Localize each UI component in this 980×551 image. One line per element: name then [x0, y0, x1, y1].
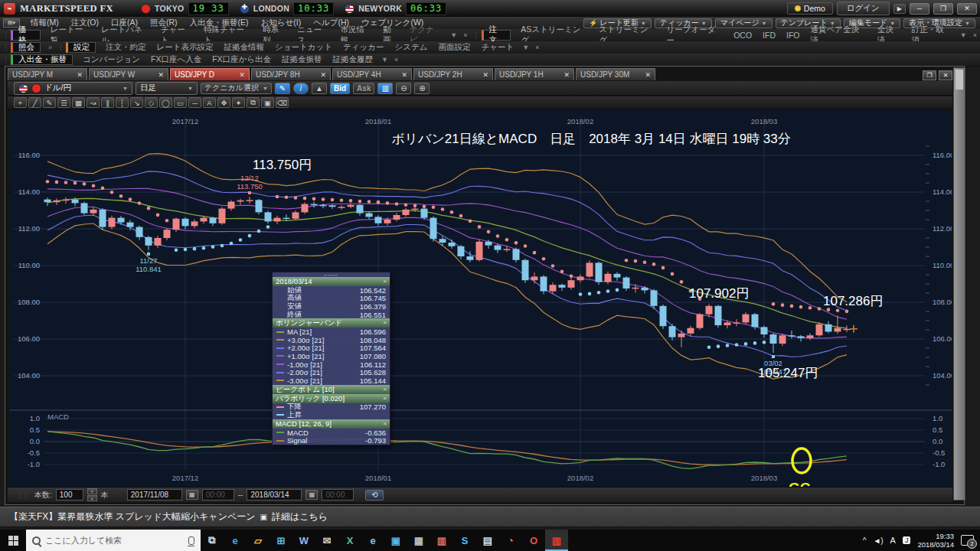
- marketspeed-icon[interactable]: ▥: [545, 530, 568, 551]
- more-button[interactable]: ▶: [893, 4, 906, 14]
- hline-tool-icon[interactable]: ─: [188, 97, 201, 108]
- category-chip-入出金・振替[interactable]: 入出金・振替: [11, 54, 73, 65]
- fill-rect-tool-icon[interactable]: ▦: [72, 97, 85, 108]
- opera-icon[interactable]: O: [522, 530, 545, 551]
- login-button[interactable]: ログイン: [837, 2, 890, 15]
- tab-usd-jpy-1h[interactable]: USD/JPY 1H✕: [495, 68, 574, 80]
- tab-usd-jpy-4h[interactable]: USD/JPY 4H✕: [332, 68, 412, 80]
- system-menu-icon[interactable]: ▤▾: [3, 18, 20, 28]
- ribbon-item-2-0-3[interactable]: 証拠金振替: [276, 54, 328, 65]
- ribbon-item-1-1-2[interactable]: 証拠金情報: [219, 42, 270, 53]
- tab-close-icon[interactable]: ✕: [77, 71, 83, 79]
- taskbar-clock[interactable]: 19:33 2018/03/14: [917, 532, 954, 549]
- ribbon-item-1-1-4[interactable]: ティッカー: [338, 42, 389, 53]
- zoom-in-icon[interactable]: ⊕: [414, 83, 430, 94]
- candle-type-icon[interactable]: ▥: [377, 83, 393, 94]
- close-icon[interactable]: ×: [460, 31, 470, 39]
- hidden-icons-caret[interactable]: ^: [863, 536, 867, 545]
- eraser-tool-icon[interactable]: ⌫: [276, 97, 289, 108]
- close-icon[interactable]: ×: [970, 31, 980, 39]
- ellipse-tool-icon[interactable]: ◯: [159, 97, 172, 108]
- tab-usd-jpy-2h[interactable]: USD/JPY 2H✕: [413, 68, 493, 80]
- ribbon-item-1-1-7[interactable]: チャート: [475, 42, 519, 53]
- category-chip-価格[interactable]: 価格: [11, 30, 41, 41]
- firefox-icon[interactable]: ◔: [499, 530, 522, 551]
- count-input[interactable]: 100: [56, 489, 83, 500]
- edge-icon[interactable]: e: [224, 530, 247, 551]
- campaign-banner[interactable]: 【楽天FX】業界最狭水準 スプレッド大幅縮小キャンペーン ▣ 詳細はこちら: [0, 507, 980, 527]
- ime-icon[interactable]: J: [903, 536, 911, 544]
- rectangle-tool-icon[interactable]: ▭: [174, 97, 187, 108]
- chevron-down-icon[interactable]: ▼: [957, 31, 970, 39]
- calculator-icon[interactable]: ▦: [407, 530, 430, 551]
- ribbon-item-2-0-4[interactable]: 証拠金履歴: [328, 54, 379, 65]
- draw-mode-icon[interactable]: ✎: [275, 83, 290, 94]
- curve-tool-icon[interactable]: ↝: [87, 97, 100, 108]
- tab-close-icon[interactable]: ✕: [158, 71, 164, 79]
- category-chip-注文[interactable]: 注文: [482, 30, 511, 41]
- crosshair-tool-icon[interactable]: ＋: [14, 97, 27, 108]
- photos-icon[interactable]: ▣: [384, 530, 407, 551]
- bid-toggle[interactable]: Bid: [330, 83, 350, 94]
- ribbon-item-1-1-0[interactable]: 注文・約定: [100, 42, 152, 53]
- volume-icon[interactable]: ◄): [873, 536, 883, 545]
- category-chip-設定[interactable]: 設定: [66, 42, 96, 53]
- chevron-down-icon[interactable]: ▼: [519, 44, 532, 51]
- ie-icon[interactable]: e: [361, 530, 384, 551]
- mail-icon[interactable]: ✉: [315, 530, 338, 551]
- ribbon-item-0-1-3[interactable]: OCO: [728, 31, 757, 40]
- copy-tool-icon[interactable]: ⧉: [247, 97, 260, 108]
- ask-toggle[interactable]: Ask: [353, 83, 374, 94]
- indicator-tooltip-panel[interactable]: ┉┉┉┉2018/03/14×始値106.542高値106.745安値106.3…: [272, 272, 390, 445]
- skype-icon[interactable]: S: [453, 530, 476, 551]
- close-icon[interactable]: ×: [532, 44, 542, 51]
- ribbon-item-1-1-5[interactable]: システム: [389, 42, 433, 53]
- refresh-button[interactable]: ⟲: [365, 490, 384, 500]
- tab-close-icon[interactable]: ✕: [320, 71, 326, 79]
- from-date-input[interactable]: 2017/11/08: [127, 489, 182, 500]
- taskbar-search-input[interactable]: ここに入力して検索: [26, 530, 201, 551]
- restore-window-icon[interactable]: ❐: [923, 70, 936, 80]
- ribbon-item-2-0-2[interactable]: FX口座から出金: [207, 54, 276, 65]
- count-stepper[interactable]: ▼▲: [87, 488, 97, 501]
- price-chart[interactable]: 104.00104.00106.00106.00108.00108.00110.…: [9, 110, 952, 487]
- action-center-icon[interactable]: 2: [961, 535, 974, 546]
- close-icon[interactable]: ×: [383, 318, 387, 328]
- explorer-folder-icon[interactable]: ▱: [247, 530, 270, 551]
- tab-usd-jpy-w[interactable]: USD/JPY W✕: [89, 68, 168, 80]
- chevron-down-icon[interactable]: ▼: [447, 31, 460, 39]
- tab-close-icon[interactable]: ✕: [482, 71, 488, 79]
- close-icon[interactable]: ×: [383, 394, 387, 403]
- tab-close-icon[interactable]: ✕: [645, 71, 651, 79]
- vertical-scrollbar[interactable]: [953, 67, 965, 500]
- to-date-input[interactable]: 2018/03/14: [247, 489, 302, 500]
- chevron-more-icon[interactable]: »: [45, 44, 55, 51]
- close-icon[interactable]: ×: [383, 385, 387, 394]
- hlines-tool-icon[interactable]: ☰: [57, 97, 70, 108]
- ribbon-item-2-0-1[interactable]: FX口座へ入金: [145, 54, 207, 65]
- ribbon-item-1-1-3[interactable]: ショートカット: [270, 42, 338, 53]
- chevron-down-icon[interactable]: ▼: [378, 56, 391, 64]
- start-button[interactable]: [0, 530, 26, 551]
- banner-link[interactable]: 詳細はこちら: [272, 510, 328, 523]
- timeframe-select[interactable]: 日足▼: [136, 82, 198, 95]
- zoom-out-icon[interactable]: ⊖: [396, 83, 411, 94]
- area-chart-icon[interactable]: ▲: [312, 83, 327, 94]
- close-button[interactable]: ✕: [957, 3, 977, 15]
- select-tool-icon[interactable]: ▣: [261, 97, 274, 108]
- tab-close-icon[interactable]: ✕: [564, 71, 570, 79]
- pencil-tool-icon[interactable]: ✎: [43, 97, 56, 108]
- trendline-tool-icon[interactable]: ╱: [28, 97, 41, 108]
- task-view-icon[interactable]: ⧉: [201, 530, 224, 551]
- vlines-tool-icon[interactable]: ┆: [116, 97, 129, 108]
- parallel-lines-tool-icon[interactable]: ∥: [101, 97, 114, 108]
- chart-canvas[interactable]: 104.00104.00106.00106.00108.00108.00110.…: [9, 110, 952, 487]
- category-chip-照会[interactable]: 照会: [11, 42, 41, 53]
- from-calendar-icon[interactable]: ▦: [186, 490, 198, 500]
- ribbon-item-0-1-5[interactable]: IFO: [781, 31, 805, 40]
- stamp-tool-icon[interactable]: ❖: [217, 97, 230, 108]
- technical-select-button[interactable]: テクニカル選択▼: [201, 83, 272, 94]
- tab-usd-jpy-d[interactable]: USD/JPY D✕: [170, 68, 250, 80]
- word-icon[interactable]: W: [292, 530, 315, 551]
- store-icon[interactable]: ⊞: [270, 530, 292, 551]
